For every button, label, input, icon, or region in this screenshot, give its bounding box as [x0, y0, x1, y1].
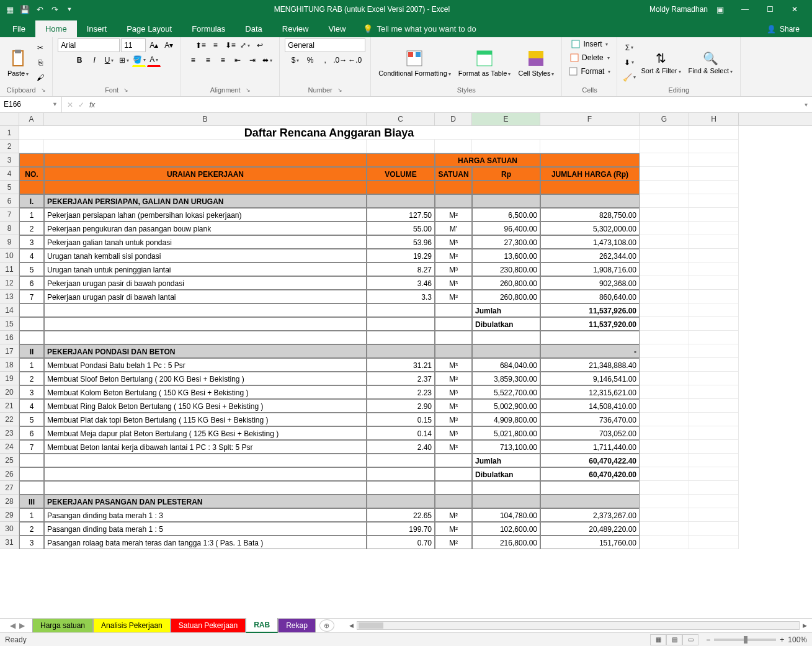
cell[interactable]: 736,470.00: [540, 413, 640, 426]
cell[interactable]: [435, 317, 472, 331]
cell[interactable]: [640, 222, 689, 235]
format-cells-button[interactable]: Format▾: [567, 66, 612, 77]
cell[interactable]: 4,909,800.00: [472, 413, 540, 426]
zoom-in-button[interactable]: +: [780, 635, 784, 644]
increase-decimal-button[interactable]: .0→: [333, 53, 347, 67]
cell[interactable]: [640, 194, 689, 208]
cell[interactable]: [367, 454, 435, 467]
cell[interactable]: [640, 290, 689, 303]
decrease-font-button[interactable]: A▾: [162, 38, 176, 52]
cell[interactable]: 2: [19, 222, 44, 235]
row-header[interactable]: 15: [0, 317, 19, 331]
tab-page-layout[interactable]: Page Layout: [117, 20, 182, 37]
cell[interactable]: [435, 481, 472, 495]
number-dialog-icon[interactable]: ↘: [337, 87, 342, 93]
tab-data[interactable]: Data: [235, 20, 272, 37]
cell[interactable]: [367, 140, 435, 153]
row-header[interactable]: 12: [0, 276, 19, 290]
cell[interactable]: 5,002,900.00: [472, 399, 540, 413]
cell[interactable]: M³: [435, 276, 472, 290]
cell[interactable]: [689, 331, 739, 344]
cell[interactable]: [640, 262, 689, 276]
row-header[interactable]: 4: [0, 167, 19, 181]
row-header[interactable]: 9: [0, 235, 19, 249]
cell[interactable]: [435, 467, 472, 481]
cell[interactable]: 260,800.00: [472, 290, 540, 303]
user-name[interactable]: Moldy Ramadhan: [649, 5, 708, 14]
cell[interactable]: Jumlah: [472, 303, 540, 317]
col-header-c[interactable]: C: [367, 113, 435, 125]
cell[interactable]: [44, 140, 367, 153]
cell[interactable]: [472, 495, 540, 508]
normal-view-button[interactable]: ▦: [650, 634, 666, 645]
row-header[interactable]: 23: [0, 426, 19, 440]
cell[interactable]: 3.46: [367, 276, 435, 290]
cell[interactable]: 828,750.00: [540, 208, 640, 222]
font-dialog-icon[interactable]: ↘: [123, 87, 128, 93]
horizontal-scrollbar[interactable]: [357, 621, 800, 630]
fill-button[interactable]: ⬇▾: [622, 56, 636, 70]
cell[interactable]: [689, 508, 739, 522]
cell[interactable]: 684,040.00: [472, 358, 540, 372]
cell[interactable]: Pekerjaan persiapan lahan (pembersihan l…: [44, 208, 367, 222]
cell[interactable]: [640, 331, 689, 344]
tell-me[interactable]: 💡 Tell me what you want to do: [355, 20, 483, 37]
wrap-text-button[interactable]: ↩: [253, 38, 267, 52]
cell[interactable]: 1,711,440.00: [540, 440, 640, 454]
row-header[interactable]: 7: [0, 208, 19, 222]
cell[interactable]: [640, 522, 689, 536]
cell[interactable]: [435, 344, 472, 358]
row-header[interactable]: 17: [0, 344, 19, 358]
cell[interactable]: [44, 317, 367, 331]
ribbon-options-icon[interactable]: ▣: [715, 4, 725, 14]
cell[interactable]: 5: [19, 413, 44, 426]
cell[interactable]: M²: [435, 536, 472, 549]
cell[interactable]: [435, 303, 472, 317]
cell[interactable]: [640, 440, 689, 454]
cell[interactable]: [472, 194, 540, 208]
cell[interactable]: 3: [19, 235, 44, 249]
cell[interactable]: [472, 181, 540, 194]
cell[interactable]: 6: [19, 276, 44, 290]
cell[interactable]: [640, 303, 689, 317]
cell[interactable]: [540, 181, 640, 194]
cell[interactable]: Pekerjaan galian tanah untuk pondasi: [44, 235, 367, 249]
cell[interactable]: 7: [19, 440, 44, 454]
cell[interactable]: 2,373,267.00: [540, 508, 640, 522]
cell[interactable]: 31.21: [367, 358, 435, 372]
cell[interactable]: 60,470,422.40: [540, 454, 640, 467]
cell[interactable]: [367, 331, 435, 344]
cell[interactable]: 60,470,420.00: [540, 467, 640, 481]
cell[interactable]: [540, 331, 640, 344]
cell[interactable]: PEKERJAAN PASANGAN DAN PLESTERAN: [44, 495, 367, 508]
cell[interactable]: 53.96: [367, 235, 435, 249]
cell[interactable]: SATUAN: [435, 167, 472, 181]
cell[interactable]: [640, 208, 689, 222]
cell[interactable]: [689, 399, 739, 413]
cell[interactable]: VOLUME: [367, 167, 435, 181]
row-header[interactable]: 14: [0, 303, 19, 317]
cell[interactable]: 713,100.00: [472, 440, 540, 454]
cell[interactable]: [640, 385, 689, 399]
cell[interactable]: Daftar Rencana Anggaran Biaya: [19, 126, 640, 140]
cell[interactable]: [689, 262, 739, 276]
cell[interactable]: 703,052.00: [540, 426, 640, 440]
cell[interactable]: [435, 194, 472, 208]
cell[interactable]: Pekerjaan urugan pasir di bawah pondasi: [44, 276, 367, 290]
cell-styles-button[interactable]: Cell Styles▾: [515, 47, 556, 78]
cell[interactable]: M³: [435, 440, 472, 454]
cell[interactable]: 96,400.00: [472, 222, 540, 235]
cell[interactable]: [640, 235, 689, 249]
align-middle-button[interactable]: ≡: [208, 38, 222, 52]
comma-button[interactable]: ,: [318, 53, 332, 67]
cell[interactable]: [44, 181, 367, 194]
col-header-h[interactable]: H: [689, 113, 739, 125]
row-header[interactable]: 2: [0, 140, 19, 153]
cell[interactable]: Membuat Plat dak topi Beton Bertulang ( …: [44, 413, 367, 426]
cell[interactable]: [367, 194, 435, 208]
cell[interactable]: [640, 344, 689, 358]
align-bottom-button[interactable]: ⬇≡: [223, 38, 237, 52]
cell[interactable]: 230,800.00: [472, 262, 540, 276]
cell[interactable]: [367, 344, 435, 358]
redo-icon[interactable]: ↷: [50, 4, 60, 14]
